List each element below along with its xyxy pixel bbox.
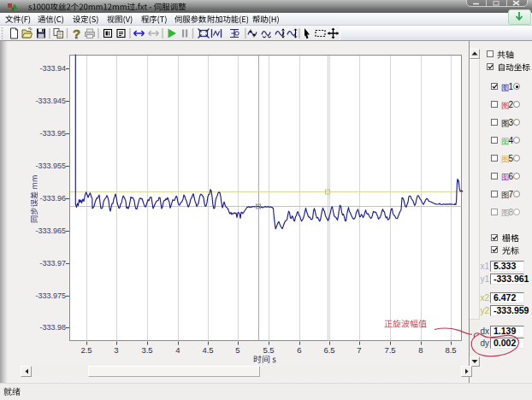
svg-text:?: ? (73, 26, 80, 41)
